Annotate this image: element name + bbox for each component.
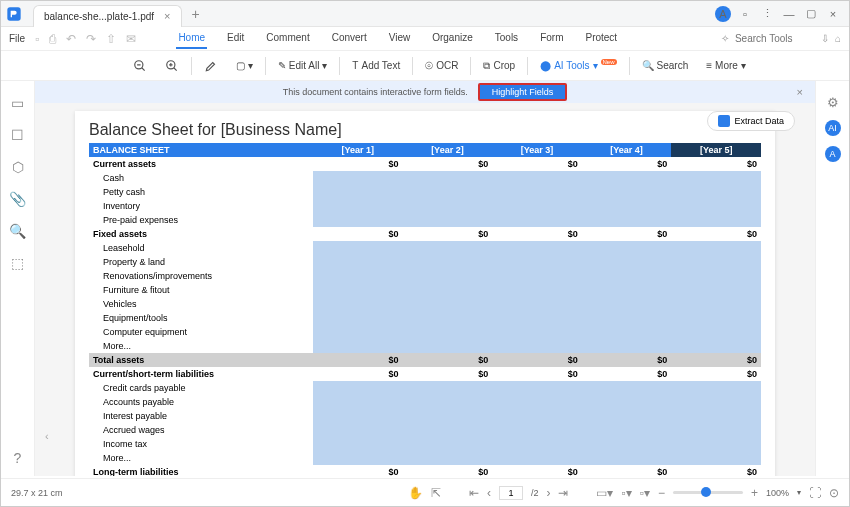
tab-view[interactable]: View xyxy=(387,28,413,49)
cell-value[interactable] xyxy=(671,199,761,213)
cell-value[interactable] xyxy=(313,395,403,409)
adjust-icon[interactable]: ⚙ xyxy=(827,95,839,110)
cell-value[interactable] xyxy=(582,255,672,269)
cell-value[interactable] xyxy=(403,213,493,227)
cell-value[interactable] xyxy=(313,213,403,227)
cell-value[interactable] xyxy=(582,381,672,395)
cell-value[interactable] xyxy=(492,381,582,395)
cell-value[interactable] xyxy=(582,269,672,283)
cell-value[interactable] xyxy=(313,283,403,297)
fullscreen-icon[interactable]: ⛶ xyxy=(809,486,821,500)
search-panel-icon[interactable]: 🔍 xyxy=(9,223,26,239)
cell-value[interactable] xyxy=(492,325,582,339)
cell-value[interactable] xyxy=(582,283,672,297)
document-tab[interactable]: balance-she...plate-1.pdf × xyxy=(33,5,182,27)
cell-value[interactable] xyxy=(313,451,403,465)
cell-value[interactable] xyxy=(492,423,582,437)
tab-protect[interactable]: Protect xyxy=(583,28,619,49)
ai-panel-icon[interactable]: AI xyxy=(825,120,841,136)
cell-value[interactable] xyxy=(403,297,493,311)
window-minimize-icon[interactable]: — xyxy=(781,6,797,22)
cell-value[interactable] xyxy=(582,297,672,311)
cell-value[interactable] xyxy=(492,395,582,409)
cell-value[interactable] xyxy=(313,437,403,451)
edit-all-button[interactable]: ✎ Edit All ▾ xyxy=(272,57,334,74)
cell-value[interactable] xyxy=(403,283,493,297)
cell-value[interactable] xyxy=(313,325,403,339)
read-mode-icon[interactable]: ⊙ xyxy=(829,486,839,500)
cell-value[interactable] xyxy=(313,241,403,255)
file-menu[interactable]: File xyxy=(9,33,25,44)
cell-value[interactable] xyxy=(671,451,761,465)
cell-value[interactable] xyxy=(403,269,493,283)
cell-value[interactable] xyxy=(403,311,493,325)
cell-value[interactable] xyxy=(582,213,672,227)
cell-value[interactable] xyxy=(403,241,493,255)
cell-value[interactable] xyxy=(313,297,403,311)
view-mode1-icon[interactable]: ▫▾ xyxy=(621,486,631,500)
cell-value[interactable] xyxy=(403,409,493,423)
window-close-icon[interactable]: × xyxy=(825,6,841,22)
close-tab-icon[interactable]: × xyxy=(164,10,170,22)
thumbnails-icon[interactable]: ▭ xyxy=(11,95,24,111)
cell-value[interactable] xyxy=(671,437,761,451)
cell-value[interactable] xyxy=(582,339,672,353)
cell-value[interactable] xyxy=(492,241,582,255)
cell-value[interactable] xyxy=(582,171,672,185)
cell-value[interactable] xyxy=(582,185,672,199)
redo-icon[interactable]: ↷ xyxy=(86,32,96,46)
mail-icon[interactable]: ✉ xyxy=(126,32,136,46)
prev-page-icon[interactable]: ‹ xyxy=(487,486,491,500)
help-icon[interactable]: ? xyxy=(14,450,22,466)
cell-value[interactable] xyxy=(403,395,493,409)
cell-value[interactable] xyxy=(671,283,761,297)
cell-value[interactable] xyxy=(492,409,582,423)
view-mode2-icon[interactable]: ▫▾ xyxy=(640,486,650,500)
cell-value[interactable] xyxy=(492,185,582,199)
cell-value[interactable] xyxy=(671,185,761,199)
select-tool-icon[interactable]: ⇱ xyxy=(431,486,441,500)
tab-comment[interactable]: Comment xyxy=(264,28,311,49)
cell-value[interactable] xyxy=(671,241,761,255)
cell-value[interactable] xyxy=(313,255,403,269)
first-page-icon[interactable]: ⇤ xyxy=(469,486,479,500)
tools-search-input[interactable] xyxy=(735,33,815,44)
cell-value[interactable] xyxy=(403,255,493,269)
cell-value[interactable] xyxy=(582,241,672,255)
cell-value[interactable] xyxy=(313,311,403,325)
zoom-out-button[interactable] xyxy=(127,56,153,76)
cell-value[interactable] xyxy=(671,213,761,227)
crop-button[interactable]: ⧉ Crop xyxy=(477,57,521,75)
cell-value[interactable] xyxy=(492,269,582,283)
next-page-icon[interactable]: › xyxy=(546,486,550,500)
cell-value[interactable] xyxy=(671,255,761,269)
last-page-icon[interactable]: ⇥ xyxy=(558,486,568,500)
cell-value[interactable] xyxy=(671,311,761,325)
more-button[interactable]: ≡ More ▾ xyxy=(700,57,752,74)
cell-value[interactable] xyxy=(671,381,761,395)
cell-value[interactable] xyxy=(492,311,582,325)
cell-value[interactable] xyxy=(671,339,761,353)
shape-button[interactable]: ▢ ▾ xyxy=(230,57,259,74)
cell-value[interactable] xyxy=(671,171,761,185)
download-icon[interactable]: ⇩ xyxy=(821,33,829,44)
zoom-out-sb-icon[interactable]: − xyxy=(658,486,665,500)
window-maximize-icon[interactable]: ▢ xyxy=(803,6,819,22)
shield-icon[interactable]: ⬡ xyxy=(12,159,24,175)
hand-tool-icon[interactable]: ✋ xyxy=(408,486,423,500)
cell-value[interactable] xyxy=(582,325,672,339)
cell-value[interactable] xyxy=(582,409,672,423)
cell-value[interactable] xyxy=(582,199,672,213)
extract-data-button[interactable]: Extract Data xyxy=(707,111,795,131)
cell-value[interactable] xyxy=(492,171,582,185)
window-bookmark-icon[interactable]: ▫ xyxy=(737,6,753,22)
user-badge[interactable]: A xyxy=(715,6,731,22)
cell-value[interactable] xyxy=(671,325,761,339)
translate-panel-icon[interactable]: A xyxy=(825,146,841,162)
cell-value[interactable] xyxy=(582,437,672,451)
cell-value[interactable] xyxy=(403,451,493,465)
ai-tools-button[interactable]: ⬤ AI Tools ▾New xyxy=(534,57,622,74)
cell-value[interactable] xyxy=(313,339,403,353)
layers-icon[interactable]: ⬚ xyxy=(11,255,24,271)
cell-value[interactable] xyxy=(492,283,582,297)
